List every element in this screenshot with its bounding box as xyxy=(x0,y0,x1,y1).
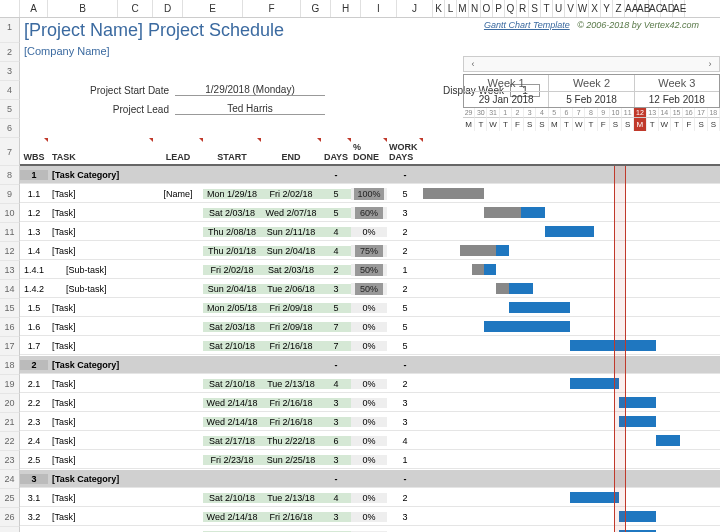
cell-end[interactable]: Tue 2/06/18 xyxy=(261,284,321,294)
start-date-input[interactable]: 1/29/2018 (Monday) xyxy=(175,84,325,96)
cell-done[interactable]: 0% xyxy=(351,436,387,446)
cell-task[interactable]: [Task] xyxy=(48,436,153,446)
cell-start[interactable]: Sat 2/03/18 xyxy=(203,208,261,218)
cell-work[interactable]: 2 xyxy=(387,493,423,503)
cell-days[interactable]: 6 xyxy=(321,436,351,446)
cell-task[interactable]: [Task] xyxy=(48,303,153,313)
cell-work[interactable]: 5 xyxy=(387,322,423,332)
cell-wbs[interactable]: 1.2 xyxy=(20,208,48,218)
cell-end[interactable]: Fri 2/16/18 xyxy=(261,398,321,408)
cell-days[interactable]: 4 xyxy=(321,379,351,389)
cell-task[interactable]: [Task] xyxy=(48,379,153,389)
cell-work[interactable]: 1 xyxy=(387,455,423,465)
cell-work[interactable]: 4 xyxy=(387,436,423,446)
cell-days[interactable]: 3 xyxy=(321,455,351,465)
cell-lead[interactable]: [Name] xyxy=(153,189,203,199)
table-row[interactable]: 1.7 [Task] Sat 2/10/18 Fri 2/16/18 7 0% … xyxy=(20,337,720,355)
cell-work[interactable]: - xyxy=(387,474,423,484)
cell-task[interactable]: [Sub-task] xyxy=(48,265,153,275)
cell-done[interactable]: 0% xyxy=(351,398,387,408)
cell-end[interactable]: Wed 2/07/18 xyxy=(261,208,321,218)
cell-wbs[interactable]: 2.3 xyxy=(20,417,48,427)
cell-days[interactable]: 3 xyxy=(321,284,351,294)
table-row[interactable]: 3.3 [Task] Wed 2/14/18 Fri 2/16/18 3 0% … xyxy=(20,527,720,532)
table-row[interactable]: 1.1 [Task] [Name] Mon 1/29/18 Fri 2/02/1… xyxy=(20,185,720,203)
cell-wbs[interactable]: 2.5 xyxy=(20,455,48,465)
cell-done[interactable]: 0% xyxy=(351,417,387,427)
header-done[interactable]: % DONE xyxy=(351,138,387,164)
table-row[interactable]: 3 [Task Category] - - xyxy=(20,470,720,488)
week-scroller[interactable]: ‹ › xyxy=(463,56,720,72)
header-task[interactable]: TASK xyxy=(48,138,153,164)
cell-work[interactable]: 2 xyxy=(387,227,423,237)
cell-start[interactable]: Thu 2/08/18 xyxy=(203,227,261,237)
cell-task[interactable]: [Task] xyxy=(48,208,153,218)
cell-done[interactable]: 75% xyxy=(351,245,387,257)
cell-wbs[interactable]: 1.3 xyxy=(20,227,48,237)
cell-wbs[interactable]: 1.4.1 xyxy=(20,265,48,275)
cell-days[interactable]: 2 xyxy=(321,265,351,275)
cell-start[interactable]: Sat 2/10/18 xyxy=(203,341,261,351)
cell-days[interactable]: 4 xyxy=(321,227,351,237)
cell-end[interactable]: Fri 2/09/18 xyxy=(261,322,321,332)
cell-start[interactable]: Mon 1/29/18 xyxy=(203,189,261,199)
table-row[interactable]: 1 [Task Category] - - xyxy=(20,166,720,184)
cell-wbs[interactable]: 1.1 xyxy=(20,189,48,199)
cell-wbs[interactable]: 3.1 xyxy=(20,493,48,503)
cell-days[interactable]: - xyxy=(321,360,351,370)
cell-task[interactable]: [Task] xyxy=(48,189,153,199)
cell-end[interactable]: Tue 2/13/18 xyxy=(261,493,321,503)
cell-start[interactable]: Sat 2/03/18 xyxy=(203,322,261,332)
table-row[interactable]: 1.2 [Task] Sat 2/03/18 Wed 2/07/18 5 60%… xyxy=(20,204,720,222)
table-row[interactable]: 2.1 [Task] Sat 2/10/18 Tue 2/13/18 4 0% … xyxy=(20,375,720,393)
cell-wbs[interactable]: 2.1 xyxy=(20,379,48,389)
cell-end[interactable]: Fri 2/16/18 xyxy=(261,417,321,427)
table-row[interactable]: 1.4.1 [Sub-task] Fri 2/02/18 Sat 2/03/18… xyxy=(20,261,720,279)
table-row[interactable]: 2 [Task Category] - - xyxy=(20,356,720,374)
cell-days[interactable]: 3 xyxy=(321,417,351,427)
cell-task[interactable]: [Task] xyxy=(48,512,153,522)
cell-end[interactable]: Sun 2/25/18 xyxy=(261,455,321,465)
cell-work[interactable]: 3 xyxy=(387,398,423,408)
cell-done[interactable]: 0% xyxy=(351,322,387,332)
cell-done[interactable]: 0% xyxy=(351,379,387,389)
cell-wbs[interactable]: 1.6 xyxy=(20,322,48,332)
cell-task[interactable]: [Task] xyxy=(48,398,153,408)
cell-end[interactable]: Fri 2/16/18 xyxy=(261,512,321,522)
table-row[interactable]: 3.1 [Task] Sat 2/10/18 Tue 2/13/18 4 0% … xyxy=(20,489,720,507)
cell-start[interactable]: Sat 2/17/18 xyxy=(203,436,261,446)
cell-end[interactable]: Tue 2/13/18 xyxy=(261,379,321,389)
cell-work[interactable]: 5 xyxy=(387,303,423,313)
cell-done[interactable]: 0% xyxy=(351,227,387,237)
scroll-left-icon[interactable]: ‹ xyxy=(464,57,482,71)
cell-end[interactable]: Thu 2/22/18 xyxy=(261,436,321,446)
cell-days[interactable]: 3 xyxy=(321,512,351,522)
table-row[interactable]: 3.2 [Task] Wed 2/14/18 Fri 2/16/18 3 0% … xyxy=(20,508,720,526)
cell-days[interactable]: 7 xyxy=(321,341,351,351)
cell-wbs[interactable]: 1 xyxy=(20,170,48,180)
cell-end[interactable]: Sun 2/04/18 xyxy=(261,246,321,256)
cell-done[interactable]: 0% xyxy=(351,455,387,465)
cell-start[interactable]: Sun 2/04/18 xyxy=(203,284,261,294)
cell-work[interactable]: - xyxy=(387,360,423,370)
cell-days[interactable]: 4 xyxy=(321,493,351,503)
cell-days[interactable]: - xyxy=(321,474,351,484)
cell-days[interactable]: 5 xyxy=(321,303,351,313)
cell-wbs[interactable]: 3.2 xyxy=(20,512,48,522)
cell-wbs[interactable]: 2 xyxy=(20,360,48,370)
cell-end[interactable]: Sat 2/03/18 xyxy=(261,265,321,275)
header-lead[interactable]: LEAD xyxy=(153,138,203,164)
cell-work[interactable]: 3 xyxy=(387,208,423,218)
cell-start[interactable]: Fri 2/02/18 xyxy=(203,265,261,275)
cell-task[interactable]: [Task Category] xyxy=(48,360,153,370)
cell-start[interactable]: Fri 2/23/18 xyxy=(203,455,261,465)
table-row[interactable]: 1.5 [Task] Mon 2/05/18 Fri 2/09/18 5 0% … xyxy=(20,299,720,317)
cell-work[interactable]: 3 xyxy=(387,512,423,522)
header-wbs[interactable]: WBS xyxy=(20,138,48,164)
table-row[interactable]: 1.4 [Task] Thu 2/01/18 Sun 2/04/18 4 75%… xyxy=(20,242,720,260)
cell-wbs[interactable]: 1.7 xyxy=(20,341,48,351)
scroll-right-icon[interactable]: › xyxy=(701,57,719,71)
cell-work[interactable]: 2 xyxy=(387,379,423,389)
cell-work[interactable]: 3 xyxy=(387,417,423,427)
cell-done[interactable]: 0% xyxy=(351,493,387,503)
